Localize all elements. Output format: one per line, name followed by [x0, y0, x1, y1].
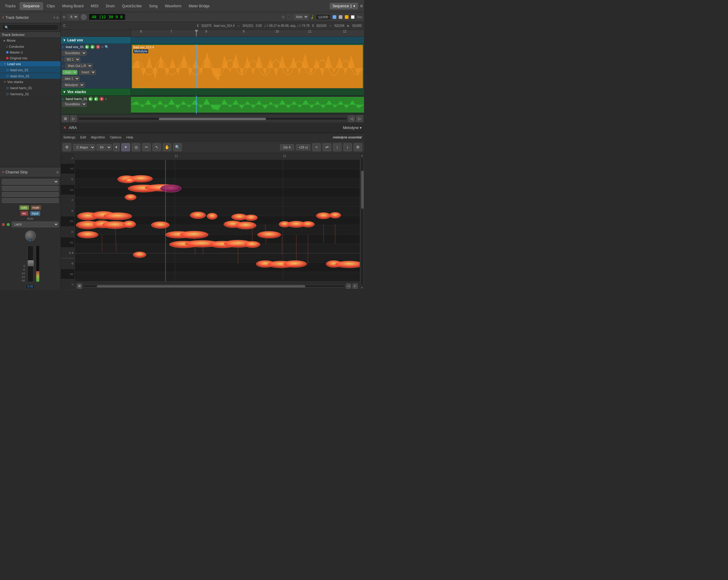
lead-vox-01-green-btn[interactable]: ▶	[90, 45, 95, 49]
melodyne-scroll-right2-btn[interactable]: ▷	[353, 283, 358, 289]
melodyne-settings-menu[interactable]: Settings	[63, 135, 76, 139]
tab-song[interactable]: Song	[146, 2, 161, 10]
plugin-slot-1[interactable]	[2, 186, 59, 191]
num-select[interactable]: 69	[97, 144, 112, 151]
tracks-bottom-play-btn[interactable]: ▷	[70, 115, 77, 122]
melodyne-select[interactable]: Melodyne	[62, 82, 85, 88]
melodyne-select-tool[interactable]: ✦	[122, 143, 130, 151]
piano-key-Db[interactable]: Db	[61, 237, 75, 248]
band-harm-soundbites-select[interactable]: Soundbites	[62, 102, 87, 107]
melodyne-scroll-right-btn[interactable]: ◁	[346, 283, 351, 289]
band-harm-green-btn[interactable]: ▶	[94, 97, 98, 101]
piano-key-D[interactable]: D	[61, 227, 75, 237]
take-select[interactable]: take 1	[62, 76, 80, 81]
scroll-down-icon[interactable]: ▼	[361, 286, 364, 289]
soundbites-select[interactable]: Soundbites	[62, 51, 87, 56]
piano-key-Bb[interactable]: Bb	[61, 269, 75, 280]
melodyne-arrow-tool[interactable]: ↖	[153, 143, 161, 151]
melodyne-hand-tool[interactable]: ✋	[163, 143, 171, 151]
band-harm-menu-icon[interactable]: ≡	[105, 97, 107, 101]
ara-plugin-label[interactable]: Melodyne ▾	[343, 126, 362, 130]
melodyne-gear-btn[interactable]: ⚙	[354, 143, 362, 151]
transport-auto-select[interactable]: Auto	[294, 14, 309, 20]
ara-close-icon[interactable]: ✕	[63, 126, 66, 130]
rec-button[interactable]: rec	[20, 211, 28, 216]
melodyne-scroll-left-btn[interactable]: ⊞	[77, 283, 82, 289]
melodyne-quantize-btn[interactable]: ≈	[312, 143, 321, 151]
lead-vox-01-search-icon[interactable]: 🔍	[105, 45, 109, 49]
melodyne-help-menu[interactable]: Help	[126, 135, 133, 139]
tab-clips[interactable]: Clips	[43, 2, 59, 10]
tab-mixing-board[interactable]: Mixing Board	[58, 2, 87, 10]
mute-button[interactable]: mute	[31, 205, 41, 210]
tracks-bottom-right2-btn[interactable]: ▷	[356, 115, 363, 122]
track-selector-arrow-icon[interactable]: ▾	[54, 16, 55, 19]
tab-tracks[interactable]: Tracks	[1, 2, 20, 10]
transport-g-box[interactable]	[287, 15, 291, 19]
tab-waveform[interactable]: Waveform	[161, 2, 185, 10]
melodyne-speaker-btn[interactable]: ♪	[343, 143, 352, 151]
melodyne-align-btn[interactable]: ⇌	[322, 143, 331, 151]
plugin-slot-3[interactable]	[2, 198, 59, 203]
track-selector-menu-icon[interactable]: ≡	[56, 15, 59, 20]
melodyne-pitch-tool[interactable]: ◎	[132, 143, 140, 151]
tree-item-harmony-01[interactable]: ▷ harmony_01	[0, 91, 60, 97]
piano-key-B[interactable]: B	[61, 258, 75, 269]
tab-quickscribe[interactable]: QuickScribe	[119, 2, 146, 10]
channel-strip-menu-icon[interactable]: ≡	[56, 170, 59, 175]
tree-item-movie[interactable]: ▶ Movie	[0, 38, 60, 44]
scroll-up-icon[interactable]: ▲	[361, 154, 364, 157]
tree-item-lead-vox[interactable]: ▼ Lead vox	[0, 61, 60, 67]
m2-select[interactable]: M2 1	[64, 57, 80, 62]
lead-vox-01-menu-icon[interactable]: ≡	[101, 45, 103, 49]
tab-sequence[interactable]: Sequence	[20, 2, 43, 10]
sequence-dropdown[interactable]: Sequence 1 ▾	[330, 3, 358, 9]
tree-item-lead-chrs-01[interactable]: ▷ lead chrs_01	[0, 73, 60, 79]
tree-item-lead-vox-01[interactable]: ▷ lead vox_01	[0, 67, 60, 73]
insert-select[interactable]: Insert	[79, 70, 96, 75]
piano-key-F[interactable]: F	[61, 195, 75, 206]
track-selector-close-icon[interactable]: ✕	[2, 16, 4, 19]
melodyne-zoom-tool[interactable]: 🔍	[173, 143, 182, 151]
melodyne-level-btn[interactable]: ↕	[333, 143, 341, 151]
piano-key-Gb[interactable]: Gb	[61, 185, 75, 195]
piano-key-E[interactable]: E	[61, 206, 75, 216]
tracks-bottom-left-btn[interactable]: ⊞	[62, 115, 69, 122]
tree-item-conductor[interactable]: ♩ Conductor	[0, 44, 60, 50]
melodyne-edit-menu[interactable]: Edit	[80, 135, 86, 139]
fader-track[interactable]	[27, 245, 33, 282]
latch-select[interactable]: Latch	[11, 221, 59, 227]
lead-vox-01-rec-btn[interactable]: ●	[96, 45, 100, 49]
band-harm-rec-btn[interactable]: ●	[100, 97, 104, 101]
transport-key-select[interactable]: A	[68, 14, 79, 20]
melodyne-scissors-tool[interactable]: ✂	[142, 143, 151, 151]
auto-select[interactable]: Auto	[62, 70, 78, 75]
num-dec-btn[interactable]: ▾	[113, 143, 120, 151]
piano-key-C4[interactable]: C 4	[61, 248, 75, 258]
lead-vox-expand-icon[interactable]: ▼	[63, 38, 66, 42]
band-harm-waveform[interactable]	[131, 97, 364, 113]
melodyne-canvas[interactable]	[75, 160, 360, 282]
tab-midi[interactable]: MIDI	[87, 2, 102, 10]
piano-key-G[interactable]: G	[61, 174, 75, 185]
tree-item-original-mix[interactable]: Original mix	[0, 55, 60, 61]
band-harm-play-btn[interactable]: ▶	[88, 97, 93, 101]
piano-key-Ab[interactable]: Ab	[61, 164, 75, 174]
lead-vox-clip-container[interactable]: lead vox_01#.4 Melodyne + 0.00 dB	[131, 44, 364, 88]
piano-key-A-top[interactable]: A	[61, 153, 75, 164]
tracks-bottom-right-btn[interactable]: ◁	[348, 115, 355, 122]
tab-drum[interactable]: Drum	[102, 2, 119, 10]
tree-item-band-harm[interactable]: ▷ band harm_01	[0, 85, 60, 91]
channel-strip-channel-select[interactable]	[2, 179, 59, 185]
input-button[interactable]: input	[30, 211, 41, 216]
tracks-horizontal-scrollbar[interactable]	[78, 117, 347, 120]
melodyne-vscrollbar[interactable]	[361, 158, 364, 285]
melodyne-settings-btn[interactable]: ⚙	[63, 143, 71, 151]
key-select[interactable]: C Major	[73, 144, 95, 151]
tree-item-vox-stacks[interactable]: ▼ Vox stacks	[0, 79, 60, 85]
piano-key-Eb[interactable]: Eb	[61, 216, 75, 227]
transport-loop-button[interactable]	[81, 14, 86, 20]
tree-item-master[interactable]: Master-1	[0, 50, 60, 55]
melodyne-algorithm-menu[interactable]: Algorithm	[91, 135, 105, 139]
solo-button[interactable]: solo	[20, 205, 29, 210]
